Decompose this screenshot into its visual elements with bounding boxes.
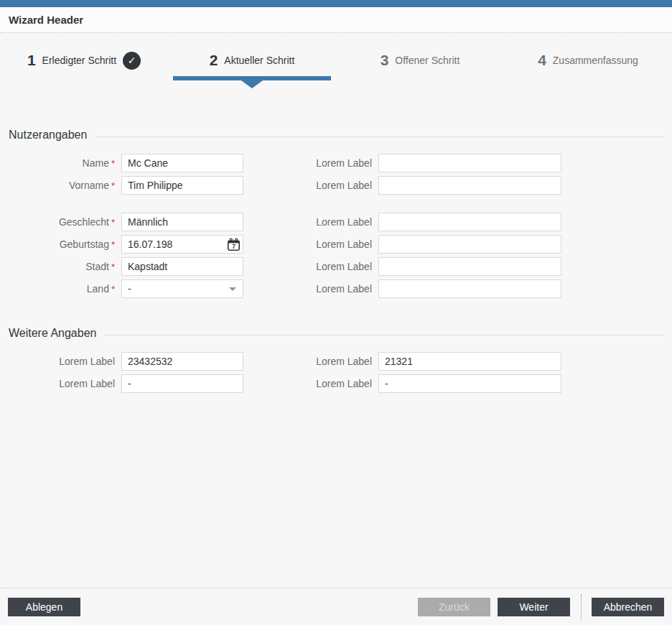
required-asterisk: * bbox=[111, 284, 115, 295]
weitere-input-3[interactable] bbox=[121, 374, 243, 393]
step-1-number: 1 bbox=[27, 52, 36, 69]
step-2-label: Aktueller Schritt bbox=[224, 55, 294, 66]
geschlecht-label: Geschlecht* bbox=[9, 213, 115, 231]
required-asterisk: * bbox=[111, 239, 115, 250]
step-completed-check-icon: ✓ bbox=[123, 52, 141, 70]
step-3-offener-schritt[interactable]: 3 Offener Schritt bbox=[336, 45, 504, 89]
step-2-aktueller-schritt[interactable]: 2 Aktueller Schritt bbox=[168, 45, 336, 89]
lorem-input-4[interactable] bbox=[378, 235, 561, 254]
step-3-label: Offener Schritt bbox=[395, 55, 459, 66]
section-header-weitere-angaben: Weitere Angaben bbox=[9, 326, 663, 341]
name-input[interactable] bbox=[121, 154, 243, 172]
ablegen-button[interactable]: Ablegen bbox=[8, 598, 80, 616]
footer-divider bbox=[581, 594, 582, 620]
form-content: Nutzerangaben Name* Lorem Label Vorname*… bbox=[0, 128, 672, 393]
step-4-number: 4 bbox=[538, 52, 546, 69]
lorem-label-3: Lorem Label bbox=[250, 213, 372, 231]
step-2-number: 2 bbox=[210, 52, 218, 69]
weitere-input-2[interactable] bbox=[378, 352, 561, 371]
dropdown-arrow-icon bbox=[229, 287, 236, 291]
section-title: Weitere Angaben bbox=[9, 327, 96, 340]
current-step-arrow-icon bbox=[241, 80, 263, 88]
lorem-label-4: Lorem Label bbox=[250, 235, 372, 254]
abbrechen-button[interactable]: Abbrechen bbox=[592, 598, 664, 616]
wizard-page: Wizard Header 1 Erledigter Schritt ✓ 2 A… bbox=[0, 0, 672, 625]
page-title: Wizard Header bbox=[9, 14, 83, 26]
step-1-label: Erledigter Schritt bbox=[42, 55, 116, 66]
stadt-label: Stadt* bbox=[9, 257, 115, 276]
section-divider-line bbox=[95, 136, 663, 137]
geschlecht-input[interactable] bbox=[121, 213, 243, 231]
wizard-footer-bar: Ablegen Zurück Weiter Abbrechen bbox=[0, 588, 672, 625]
form-group-2: Geschlecht* Lorem Label Geburtstag* 7 Lo bbox=[9, 213, 663, 298]
section-divider-line bbox=[105, 335, 663, 335]
lorem-input-3[interactable] bbox=[378, 213, 561, 231]
calendar-icon[interactable]: 7 bbox=[225, 236, 241, 252]
lorem-input-6[interactable] bbox=[378, 279, 561, 298]
lorem-label-1: Lorem Label bbox=[250, 154, 372, 172]
required-asterisk: * bbox=[111, 158, 115, 169]
svg-text:7: 7 bbox=[232, 242, 235, 249]
wizard-header: Wizard Header bbox=[0, 7, 672, 33]
weitere-input-4[interactable] bbox=[378, 374, 561, 393]
form-group-1: Name* Lorem Label Vorname* Lorem Label bbox=[9, 154, 663, 195]
required-asterisk: * bbox=[111, 261, 115, 272]
lorem-input-5[interactable] bbox=[378, 257, 561, 276]
lorem-label-2: Lorem Label bbox=[250, 176, 372, 195]
name-label: Name* bbox=[9, 154, 115, 172]
top-accent-bar bbox=[0, 0, 672, 7]
vorname-label: Vorname* bbox=[9, 176, 115, 195]
weiter-button[interactable]: Weiter bbox=[498, 598, 570, 616]
lorem-label-5: Lorem Label bbox=[250, 257, 372, 276]
form-group-3: Lorem Label Lorem Label Lorem Label Lore… bbox=[9, 352, 663, 393]
step-3-number: 3 bbox=[381, 52, 389, 69]
weitere-lorem-label-2: Lorem Label bbox=[250, 352, 372, 371]
land-selected-value: - bbox=[128, 283, 131, 295]
vorname-input[interactable] bbox=[121, 176, 243, 195]
required-asterisk: * bbox=[111, 180, 115, 191]
lorem-input-1[interactable] bbox=[378, 154, 561, 172]
required-asterisk: * bbox=[111, 217, 115, 228]
land-label: Land* bbox=[9, 279, 115, 298]
zurueck-button[interactable]: Zurück bbox=[418, 598, 490, 616]
lorem-input-2[interactable] bbox=[378, 176, 561, 195]
step-1-erledigter-schritt[interactable]: 1 Erledigter Schritt ✓ bbox=[0, 45, 168, 89]
geburtstag-label: Geburtstag* bbox=[9, 235, 115, 254]
stadt-input[interactable] bbox=[121, 257, 243, 276]
land-select[interactable]: - bbox=[121, 279, 243, 298]
step-4-zusammenfassung[interactable]: 4 Zusammenfassung bbox=[504, 45, 672, 89]
section-header-nutzerangaben: Nutzerangaben bbox=[9, 128, 663, 142]
weitere-lorem-label-3: Lorem Label bbox=[9, 374, 115, 393]
current-step-indicator bbox=[173, 76, 331, 80]
weitere-input-1[interactable] bbox=[121, 352, 243, 371]
weitere-lorem-label-1: Lorem Label bbox=[9, 352, 115, 371]
weitere-lorem-label-4: Lorem Label bbox=[250, 374, 372, 393]
section-title: Nutzerangaben bbox=[9, 129, 87, 142]
lorem-label-6: Lorem Label bbox=[250, 279, 372, 298]
step-4-label: Zusammenfassung bbox=[553, 55, 638, 66]
wizard-progress-navigator: 1 Erledigter Schritt ✓ 2 Aktueller Schri… bbox=[0, 33, 672, 89]
